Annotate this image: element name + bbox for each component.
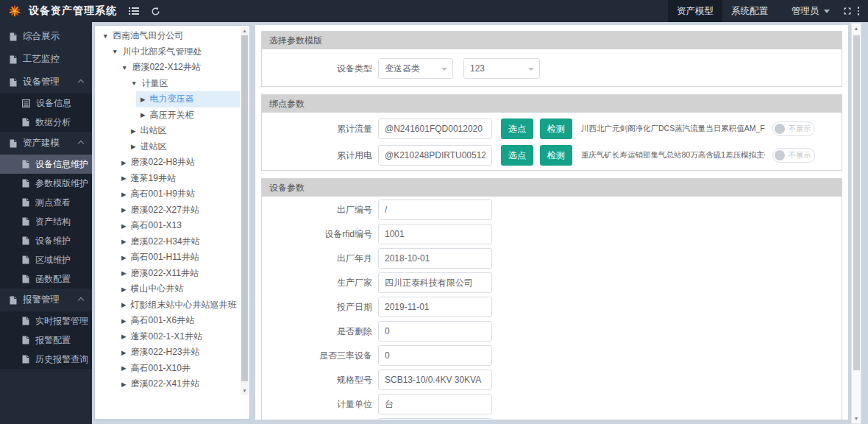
field-input[interactable]: [378, 394, 492, 414]
tree-collapsed-icon[interactable]: ▶: [121, 333, 127, 340]
nav-asset-model[interactable]: 资产模型: [668, 0, 722, 22]
tree-node[interactable]: ▶高石001-H11井站: [95, 250, 240, 266]
tree-collapsed-icon[interactable]: ▶: [121, 365, 127, 372]
sidebar-item-3[interactable]: 设备信息: [0, 93, 92, 113]
nav-admin-menu[interactable]: 管理员: [783, 0, 839, 22]
tree-node[interactable]: ▶磨溪022-H23井站: [95, 344, 240, 361]
tree-node[interactable]: ▶磨溪022-H34井站: [95, 234, 240, 250]
tree-collapsed-icon[interactable]: ▶: [121, 239, 127, 245]
tree-node[interactable]: ▶蓬莱002-1-X1井站: [95, 329, 240, 345]
field-input[interactable]: [378, 345, 492, 366]
tree-scrollbar-thumb[interactable]: [241, 35, 248, 381]
tree-collapsed-icon[interactable]: ▶: [121, 191, 127, 198]
sidebar-item-15[interactable]: 报警配置: [0, 331, 92, 350]
tree-collapsed-icon[interactable]: ▶: [121, 255, 127, 261]
pick-point-button[interactable]: 选点: [501, 119, 533, 139]
sidebar-item-14[interactable]: 实时报警管理: [0, 311, 92, 331]
tree-collapsed-icon[interactable]: ▶: [131, 144, 136, 150]
template-select[interactable]: 123: [463, 58, 540, 79]
device-field-row: 计量单位: [262, 394, 842, 414]
field-input[interactable]: [378, 272, 492, 293]
sidebar-item-9[interactable]: 资产结构: [0, 212, 92, 231]
tree-node[interactable]: ▼川中北部采气管理处: [95, 44, 240, 60]
tree-collapsed-icon[interactable]: ▶: [121, 270, 127, 277]
tree-collapsed-icon[interactable]: ▶: [121, 207, 127, 213]
sidebar-item-11[interactable]: 区域维护: [0, 250, 92, 269]
field-input[interactable]: [378, 370, 492, 390]
sidebar-item-4[interactable]: 数据分析: [0, 113, 92, 132]
tree-expanded-icon[interactable]: ▼: [121, 65, 127, 71]
field-input[interactable]: [378, 418, 492, 420]
tree-node[interactable]: ▶电力变压器: [95, 91, 240, 107]
collapse-menu-icon[interactable]: [129, 7, 139, 15]
tree-scrollbar[interactable]: ▲ ▼: [241, 26, 249, 395]
sidebar-item-13[interactable]: 报警管理: [0, 289, 92, 311]
tree-node[interactable]: ▼计量区: [95, 76, 240, 92]
tree-node[interactable]: ▶高石001-H9井站: [95, 186, 240, 202]
scroll-down-icon[interactable]: ▼: [852, 414, 861, 423]
tree-expanded-icon[interactable]: ▼: [131, 80, 137, 87]
tree-node[interactable]: ▶高石001-X13: [95, 218, 240, 234]
tree-node[interactable]: ▼西南油气田分公司: [95, 28, 240, 44]
tree-node[interactable]: ▶高石001-X6井站: [95, 313, 240, 329]
sidebar-item-6[interactable]: 设备信息维护: [0, 155, 92, 174]
tree-node[interactable]: ▶磨溪022-X41井站: [95, 376, 240, 392]
tree-node[interactable]: ▶蓬莱19井站: [95, 171, 240, 187]
scroll-down-icon[interactable]: ▼: [241, 386, 249, 395]
sidebar-item-7[interactable]: 参数模版维护: [0, 174, 92, 193]
scroll-up-icon[interactable]: ▲: [852, 24, 861, 33]
sidebar-item-12[interactable]: 函数配置: [0, 269, 92, 289]
tree-node[interactable]: ▶进站区: [95, 139, 240, 155]
tree-collapsed-icon[interactable]: ▶: [121, 175, 127, 182]
sidebar-item-16[interactable]: 历史报警查询: [0, 350, 92, 369]
tree-collapsed-icon[interactable]: ▶: [121, 302, 127, 308]
tree-node[interactable]: ▶磨溪022-X27井站: [95, 202, 240, 219]
tree-collapsed-icon[interactable]: ▶: [121, 286, 127, 293]
field-input[interactable]: [378, 224, 492, 244]
tree-collapsed-icon[interactable]: ▶: [121, 381, 127, 388]
sidebar-item-10[interactable]: 设备维护: [0, 231, 92, 250]
page-scrollbar-thumb[interactable]: [853, 35, 860, 370]
display-toggle[interactable]: 不展示: [772, 148, 815, 163]
tree-node[interactable]: ▶出站区: [95, 123, 240, 139]
tree-node[interactable]: ▶磨溪022-H8井站: [95, 155, 240, 171]
device-type-select[interactable]: 变送器类: [378, 58, 453, 79]
tree-node[interactable]: ▶横山中心井站: [95, 281, 240, 297]
point-input[interactable]: [378, 145, 492, 166]
display-toggle[interactable]: 不展示: [772, 121, 815, 136]
tree-node[interactable]: ▶高石001-X10井: [95, 361, 240, 377]
refresh-icon[interactable]: [151, 7, 160, 16]
sidebar-item-5[interactable]: 资产建模: [0, 132, 92, 155]
sidebar-item-1[interactable]: 工艺监控: [0, 48, 92, 71]
pick-point-button[interactable]: 选点: [501, 145, 533, 166]
tree-collapsed-icon[interactable]: ▶: [121, 160, 127, 166]
tree-node[interactable]: ▶磨溪022-X11井站: [95, 266, 240, 282]
tree-collapsed-icon[interactable]: ▶: [140, 96, 146, 103]
check-button[interactable]: 检测: [540, 119, 572, 139]
tree-node[interactable]: ▼磨溪022-X12井站: [95, 60, 240, 76]
sidebar-item-2[interactable]: 设备管理: [0, 71, 92, 93]
scroll-up-icon[interactable]: ▲: [241, 26, 249, 35]
tree-collapsed-icon[interactable]: ▶: [121, 223, 127, 230]
check-button[interactable]: 检测: [540, 145, 572, 166]
field-input[interactable]: [378, 297, 492, 317]
fullscreen-icon[interactable]: [843, 7, 852, 15]
tree-collapsed-icon[interactable]: ▶: [121, 318, 127, 325]
tree-collapsed-icon[interactable]: ▶: [140, 112, 146, 119]
tree-expanded-icon[interactable]: ▼: [102, 33, 108, 40]
sidebar-item-0[interactable]: 综合展示: [0, 25, 92, 48]
field-input[interactable]: [378, 248, 492, 269]
point-input[interactable]: [378, 119, 492, 139]
tree-node[interactable]: ▶高压开关柜: [95, 107, 240, 124]
tree-collapsed-icon[interactable]: ▶: [131, 128, 136, 135]
more-menu-icon[interactable]: [858, 7, 860, 15]
tree-node[interactable]: ▶灯影组末站中心井站巡井班: [95, 297, 240, 314]
page-scrollbar[interactable]: ▲ ▼: [851, 23, 861, 424]
field-input[interactable]: [378, 199, 492, 220]
field-input[interactable]: [378, 321, 492, 342]
tree-expanded-icon[interactable]: ▼: [112, 49, 118, 55]
doc-icon: [10, 32, 17, 41]
nav-system-config[interactable]: 系统配置: [722, 0, 777, 22]
tree-collapsed-icon[interactable]: ▶: [121, 350, 127, 356]
sidebar-item-8[interactable]: 测点查看: [0, 193, 92, 212]
